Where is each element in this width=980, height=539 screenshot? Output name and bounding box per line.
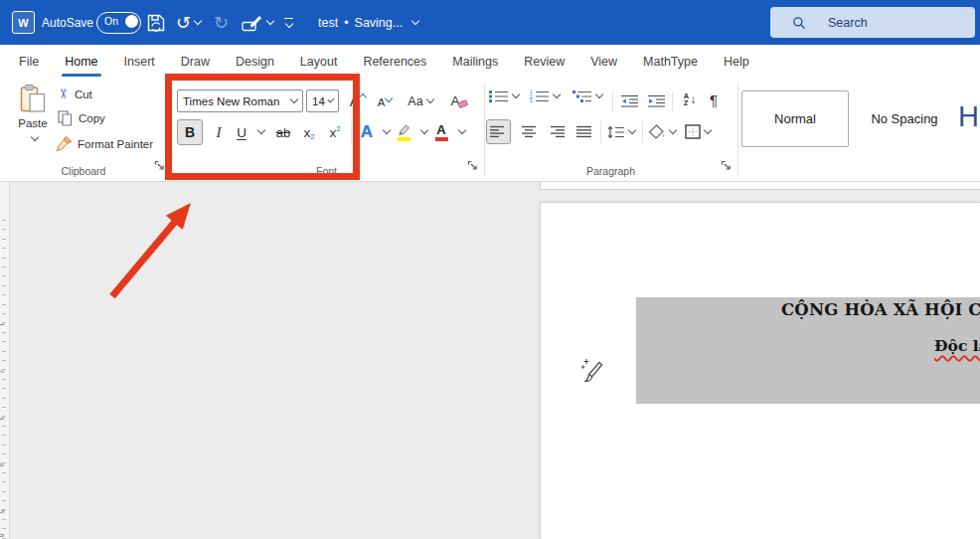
document-title[interactable]: test • Saving... <box>318 0 418 45</box>
chevron-down-icon <box>425 95 433 103</box>
copilot-pen-icon[interactable] <box>579 357 603 385</box>
format-painter-label: Format Painter <box>78 138 153 150</box>
tab-file[interactable]: File <box>6 45 52 78</box>
numbered-list-icon: 123 <box>530 90 550 102</box>
previous-page-edge <box>540 182 980 190</box>
button-divider <box>672 91 673 111</box>
chevron-down-icon[interactable] <box>553 90 561 98</box>
paste-button[interactable]: Paste <box>10 84 56 161</box>
button-divider <box>600 121 601 143</box>
align-center-button[interactable] <box>517 119 542 144</box>
vertical-ruler[interactable]: 1 2 3 4 5 6 <box>0 182 10 539</box>
sort-button[interactable]: A Z ↓ <box>677 88 703 111</box>
annotation-rectangle <box>165 74 360 180</box>
tab-review[interactable]: Review <box>511 45 577 78</box>
ruler-ticks <box>2 220 6 539</box>
tab-references[interactable]: References <box>350 45 439 78</box>
tab-insert[interactable]: Insert <box>111 45 168 78</box>
highlight-chevron-icon[interactable] <box>420 126 428 134</box>
style-normal-label: Normal <box>774 111 816 126</box>
text-effects-letter: A <box>361 122 373 142</box>
multilevel-list-button[interactable] <box>572 90 602 102</box>
word-logo-icon[interactable]: W <box>12 0 35 45</box>
format-painter-button[interactable]: Format Painter <box>56 135 153 152</box>
paragraph-group-label: Paragraph <box>484 165 737 177</box>
format-painter-brush-icon <box>56 135 73 152</box>
undo-button[interactable]: ↺ <box>176 0 201 45</box>
copy-label: Copy <box>79 112 105 124</box>
chevron-down-icon[interactable] <box>512 90 520 98</box>
tab-help[interactable]: Help <box>711 45 762 78</box>
tab-mathtype[interactable]: MathType <box>630 45 711 78</box>
cut-button[interactable]: ✂ Cut <box>58 87 92 101</box>
sort-az-icon: A Z <box>684 92 689 107</box>
font-color-chevron-icon[interactable] <box>458 126 466 134</box>
font-color-button[interactable]: A <box>431 119 451 145</box>
copy-button[interactable]: Copy <box>58 110 105 126</box>
chevron-down-icon[interactable] <box>704 126 712 134</box>
style-heading1[interactable]: H <box>958 100 979 133</box>
ribbon-tab-strip: File Home Insert Draw Design Layout Refe… <box>0 45 980 78</box>
tab-view[interactable]: View <box>577 45 630 78</box>
tab-mailings[interactable]: Mailings <box>439 45 511 78</box>
chevron-down-icon <box>284 20 292 28</box>
ruler-number: 2 <box>0 370 5 374</box>
toggle-pill: On <box>96 12 141 34</box>
bullets-button[interactable] <box>489 90 519 102</box>
selected-text-block[interactable]: CỘNG HÒA XÃ HỘI CH Độc lậ <box>636 297 980 404</box>
autosave-toggle[interactable]: On <box>96 0 141 45</box>
tab-home[interactable]: Home <box>52 45 110 78</box>
increase-indent-icon <box>648 94 666 107</box>
align-right-button[interactable] <box>545 119 570 144</box>
chevron-down-icon[interactable] <box>628 126 636 134</box>
text-effects-chevron-icon[interactable] <box>383 126 391 134</box>
undo-icon: ↺ <box>176 14 191 32</box>
toggle-knob <box>125 15 138 28</box>
style-no-spacing-label: No Spacing <box>871 111 937 126</box>
font-color-bar <box>435 137 448 141</box>
change-case-button[interactable]: Aa <box>404 90 437 112</box>
quick-access-menu-button[interactable] <box>284 0 293 45</box>
clipboard-dialog-launcher[interactable] <box>154 160 165 171</box>
increase-indent-button[interactable] <box>645 90 668 111</box>
style-no-spacing[interactable]: No Spacing <box>852 90 957 147</box>
search-input[interactable]: Search <box>770 7 975 38</box>
style-normal[interactable]: Normal <box>741 90 849 147</box>
chevron-down-icon[interactable] <box>266 17 274 25</box>
paragraph-dialog-launcher[interactable] <box>721 160 732 171</box>
style-heading1-label: H <box>958 100 979 132</box>
shrink-font-button[interactable]: A <box>374 91 396 112</box>
line-spacing-icon <box>607 125 625 139</box>
align-left-button[interactable] <box>486 119 511 144</box>
clear-formatting-button[interactable]: A <box>447 90 471 112</box>
chevron-down-icon[interactable] <box>669 126 677 134</box>
save-button[interactable] <box>146 0 166 45</box>
paste-clipboard-icon <box>20 84 46 113</box>
ruler-number: 5 <box>0 510 5 514</box>
caret-down-icon <box>385 93 393 101</box>
decrease-indent-button[interactable] <box>618 90 641 111</box>
document-page[interactable]: CỘNG HÒA XÃ HỘI CH Độc lậ <box>540 202 980 539</box>
numbering-button[interactable]: 123 <box>530 90 560 102</box>
chevron-down-icon[interactable] <box>595 90 603 98</box>
clipboard-group-label: Clipboard <box>0 165 167 177</box>
align-right-icon <box>549 125 566 138</box>
change-case-letters: Aa <box>408 94 422 108</box>
show-marks-button[interactable]: ¶ <box>704 88 724 111</box>
group-divider <box>484 84 485 175</box>
word-window: W AutoSave On ↺ ↻ <box>0 0 980 539</box>
shading-button[interactable] <box>648 119 676 144</box>
font-dialog-launcher[interactable] <box>467 160 478 171</box>
ink-editor-button[interactable] <box>242 0 273 45</box>
highlight-color-button[interactable] <box>394 119 413 145</box>
svg-text:3: 3 <box>530 98 533 102</box>
borders-button[interactable] <box>682 119 714 144</box>
chevron-down-icon[interactable] <box>194 17 202 25</box>
search-placeholder: Search <box>828 16 868 30</box>
justify-button[interactable] <box>572 119 597 144</box>
button-divider <box>612 91 613 111</box>
sort-arrow-icon: ↓ <box>690 92 696 106</box>
line-spacing-button[interactable] <box>605 119 637 144</box>
justify-icon <box>576 125 593 138</box>
chevron-down-icon[interactable] <box>31 133 39 141</box>
